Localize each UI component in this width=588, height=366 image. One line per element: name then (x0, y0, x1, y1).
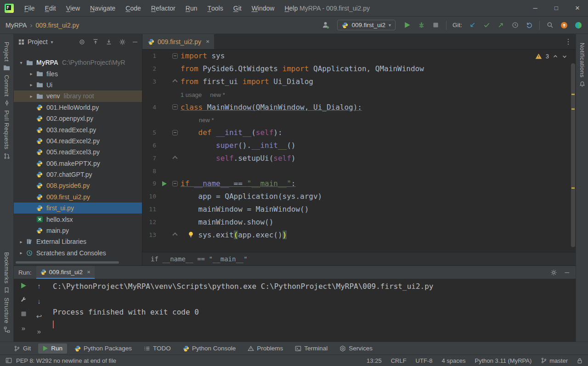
tree-item-004-readexcel2-py[interactable]: 004.readExcel2.py (14, 135, 142, 146)
rerun-button[interactable] (21, 282, 27, 289)
run-console[interactable]: C:\PythonProject\MyRPA\venv\Scripts\pyth… (53, 280, 576, 342)
line-number[interactable]: 4 (142, 104, 158, 111)
close-tab-icon[interactable]: ✕ (206, 39, 209, 44)
code-line-13[interactable]: 13 sys.exit(app.exec()) (142, 228, 576, 241)
more-actions-icon[interactable]: » (22, 325, 25, 332)
code-line-2[interactable]: 2from PySide6.QtWidgets import QApplicat… (142, 62, 576, 75)
code-line-3[interactable]: 3from first_ui import Ui_Dialog (142, 75, 576, 88)
line-number[interactable]: 9 (142, 180, 158, 187)
intention-bulb-icon[interactable] (188, 231, 194, 238)
tool-tab-problems[interactable]: Problems (243, 343, 288, 354)
tree-item-first-ui-py[interactable]: first_ui.py (14, 203, 142, 214)
edit-configuration-icon[interactable] (20, 297, 27, 303)
search-everywhere-button[interactable] (546, 21, 554, 29)
tool-button-bookmarks[interactable]: Bookmarks (3, 252, 10, 293)
code-line-6[interactable]: 6 super().__init__() (142, 139, 576, 152)
menu-window[interactable]: Window (247, 0, 280, 16)
tree-item-003-readexcel-py[interactable]: 003.readExcel.py (14, 124, 142, 135)
tree-item-ui[interactable]: ▸Ui (14, 79, 142, 90)
code-line-12[interactable]: 12 mainWindow.show() (142, 215, 576, 228)
status-13-25[interactable]: 13:25 (367, 357, 382, 364)
fold-end-icon[interactable] (172, 156, 177, 161)
line-number[interactable]: 1 (142, 52, 158, 59)
close-button[interactable]: ✕ (567, 0, 588, 16)
line-number[interactable]: 2 (142, 65, 158, 72)
menu-refactor[interactable]: Refactor (146, 0, 181, 16)
hide-panel-button[interactable]: ─ (565, 269, 569, 276)
run-line-icon[interactable] (162, 180, 167, 186)
run-button[interactable] (403, 21, 412, 29)
close-tab-icon[interactable]: ✕ (87, 270, 90, 275)
update-project-button[interactable] (468, 21, 476, 29)
chevron-right-icon[interactable]: ▸ (17, 239, 25, 244)
tree-item-venv[interactable]: ▸venvlibrary root (14, 90, 142, 101)
horizontal-scrollbar[interactable] (16, 261, 119, 264)
inlay-hint-row[interactable]: 1 usagenew * (142, 88, 576, 101)
line-number[interactable]: 7 (142, 155, 158, 162)
maximize-button[interactable]: □ (546, 0, 567, 16)
project-panel-title[interactable]: Project (28, 38, 48, 45)
line-number[interactable]: 6 (142, 142, 158, 149)
tool-tab-run[interactable]: Run (38, 343, 67, 354)
breadcrumb-file[interactable]: 009.first_ui2.py (35, 22, 79, 29)
status-4-spaces[interactable]: 4 spaces (441, 357, 465, 364)
run-config-selector[interactable]: 009.first_ui2 ▾ (337, 20, 396, 30)
tree-item-006-makepptx-py[interactable]: 006.makePPTX.py (14, 158, 142, 169)
stop-button[interactable] (21, 311, 27, 317)
prev-warning-icon[interactable] (553, 54, 558, 59)
editor-tab[interactable]: 009.first_ui2.py ✕ (142, 34, 214, 49)
settings-icon[interactable] (119, 39, 126, 45)
editor-scrollbar[interactable] (571, 63, 575, 247)
tree-item-001-helloworld-py[interactable]: 001.HelloWorld.py (14, 102, 142, 113)
more-actions-icon[interactable]: » (37, 328, 41, 335)
down-stack-icon[interactable]: ↓ (37, 298, 41, 305)
fold-icon[interactable]: − (172, 104, 178, 110)
tree-item-myrpa[interactable]: ▾MyRPAC:\PythonProject\MyR (14, 57, 142, 68)
code-line-9[interactable]: 9−if __name__ == "__main__": (142, 177, 576, 190)
tool-tab-python-console[interactable]: Python Console (178, 343, 240, 354)
fold-icon[interactable]: − (172, 181, 178, 186)
line-number[interactable]: 3 (142, 78, 158, 85)
line-number[interactable]: 5 (142, 129, 158, 136)
menu-edit[interactable]: Edit (40, 0, 61, 16)
ai-assistant-icon[interactable] (574, 21, 582, 29)
soft-wrap-icon[interactable]: ↩ (36, 313, 42, 320)
expand-all-button[interactable] (92, 39, 99, 45)
code-line-10[interactable]: 10 app = QApplication(sys.argv) (142, 190, 576, 203)
collapse-all-button[interactable] (106, 39, 112, 45)
tool-button-pull-requests[interactable]: Pull Requests (3, 110, 10, 159)
tool-tab-git[interactable]: Git (9, 343, 35, 354)
tool-button-notifications[interactable]: Notifications (579, 43, 586, 87)
tree-item-hello-xlsx[interactable]: hello.xlsx (14, 214, 142, 225)
push-button[interactable] (497, 21, 505, 29)
next-warning-icon[interactable] (562, 54, 567, 59)
menu-file[interactable]: File (19, 0, 40, 16)
minimize-button[interactable]: ─ (525, 0, 546, 16)
tree-item-002-openpyxl-py[interactable]: 002.openpyxl.py (14, 113, 142, 124)
up-stack-icon[interactable]: ↑ (37, 282, 41, 290)
fold-icon[interactable]: − (172, 130, 178, 135)
tool-tab-python-packages[interactable]: Python Packages (70, 343, 136, 354)
line-number[interactable]: 8 (142, 168, 158, 175)
inspections-widget[interactable]: 3 (535, 53, 567, 60)
tree-item-008-pyside6-py[interactable]: 008.pyside6.py (14, 180, 142, 191)
menu-view[interactable]: View (61, 0, 85, 16)
code-line-5[interactable]: 5− def __init__(self): (142, 126, 576, 139)
tool-button-commit[interactable]: Commit (3, 75, 10, 106)
update-available-icon[interactable] (560, 21, 568, 29)
profile-icon[interactable] (321, 21, 329, 29)
chevron-down-icon[interactable]: ▾ (51, 39, 53, 45)
tree-item-scratches-and-consoles[interactable]: ▸Scratches and Consoles (14, 248, 142, 259)
status-crlf[interactable]: CRLF (391, 357, 407, 364)
menu-code[interactable]: Code (120, 0, 146, 16)
code-line-4[interactable]: 4−class MainWindow(QMainWindow, Ui_Dialo… (142, 101, 576, 113)
line-number[interactable]: 12 (142, 219, 158, 225)
fold-end-icon[interactable] (172, 79, 177, 84)
tool-button-project[interactable]: Project (3, 42, 10, 71)
inlay-hint-row[interactable]: new * (142, 113, 576, 126)
locate-file-button[interactable] (79, 39, 85, 45)
chevron-right-icon[interactable]: ▸ (17, 250, 25, 255)
line-number[interactable]: 11 (142, 206, 158, 213)
tree-item-009-first-ui2-py[interactable]: 009.first_ui2.py (14, 191, 142, 203)
status-message[interactable]: PEP 8: W292 no newline at end of file (16, 357, 116, 364)
